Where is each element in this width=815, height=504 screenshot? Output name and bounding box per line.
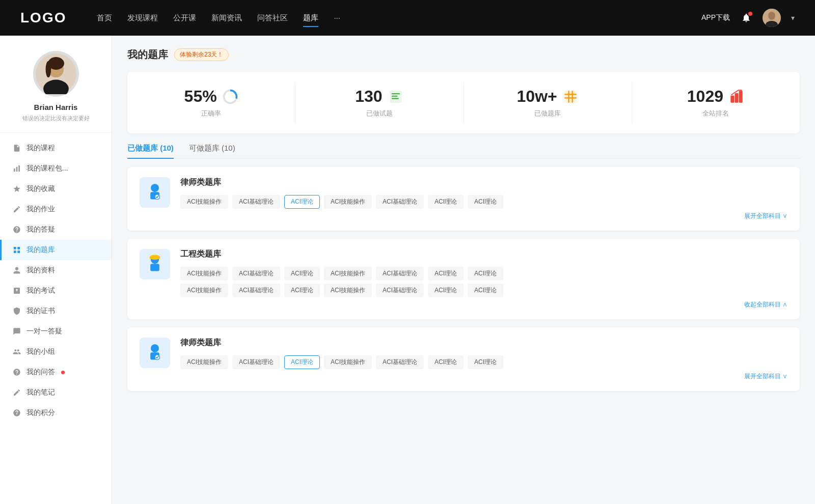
coin-icon (12, 408, 21, 417)
eng-tag-2[interactable]: ACI理论 (284, 267, 320, 281)
sidebar-item-myqa[interactable]: 我的问答 (0, 362, 112, 382)
eng-tag-3[interactable]: ACI技能操作 (324, 267, 372, 281)
bell-icon[interactable] (740, 12, 752, 24)
sidebar-item-1on1[interactable]: 一对一答疑 (0, 321, 112, 342)
sidebar-item-coursepack[interactable]: 我的课程包... (0, 158, 112, 179)
tab-done-banks[interactable]: 已做题库 (10) (127, 144, 174, 158)
svg-rect-23 (572, 91, 573, 102)
svg-rect-18 (391, 98, 398, 99)
expand-link-lawyer-2[interactable]: 展开全部科目 ∨ (180, 372, 787, 381)
svg-rect-17 (391, 95, 397, 96)
nav-more[interactable]: ··· (334, 11, 340, 25)
tag-2[interactable]: ACI理论 (284, 195, 320, 209)
eng-tag-7[interactable]: ACI技能操作 (180, 284, 228, 297)
qbank-title-lawyer-1: 律师类题库 (180, 177, 787, 188)
eng-tag-8[interactable]: ACI基础理论 (232, 284, 280, 297)
chevron-down-icon[interactable]: ▾ (791, 14, 795, 22)
stat-label-done: 已做试题 (306, 109, 453, 118)
eng-tag-6[interactable]: ACI理论 (468, 267, 503, 281)
engineer-icon (140, 249, 170, 279)
tag-5[interactable]: ACI理论 (428, 195, 464, 209)
tags-row-engineer-1: ACI技能操作 ACI基础理论 ACI理论 ACI技能操作 ACI基础理论 AC… (180, 267, 787, 281)
group-icon (12, 347, 21, 356)
sidebar-item-qa[interactable]: 我的答疑 (0, 219, 112, 240)
sidebar-item-questionbank[interactable]: 我的题库 (0, 240, 112, 260)
stat-value-bank: 10w+ (517, 87, 557, 106)
svg-rect-24 (730, 95, 734, 102)
stats-row: 55% 正确率 130 (127, 72, 800, 133)
page-wrap: Brian Harris 错误的决定比没有决定要好 我的课程 我的课程包... (0, 36, 815, 504)
tag-0[interactable]: ACI技能操作 (180, 195, 228, 209)
eng-tag-4[interactable]: ACI基础理论 (376, 267, 424, 281)
law2-tag-5[interactable]: ACI理论 (428, 355, 464, 369)
eng-tag-0[interactable]: ACI技能操作 (180, 267, 228, 281)
sidebar-label-notes: 我的笔记 (26, 388, 55, 397)
tag-4[interactable]: ACI基础理论 (376, 195, 424, 209)
note-icon (12, 388, 21, 397)
svg-point-14 (226, 93, 234, 101)
table-icon (562, 89, 579, 105)
sidebar-label-cert: 我的证书 (26, 306, 55, 316)
logo: LOGO (20, 10, 66, 26)
sidebar-item-favorites[interactable]: 我的收藏 (0, 179, 112, 199)
donut-icon (222, 89, 238, 105)
page-title-row: 我的题库 体验剩余23天！ (127, 48, 800, 62)
tag-6[interactable]: ACI理论 (468, 195, 503, 209)
nav-qa[interactable]: 问答社区 (257, 11, 288, 25)
page-title: 我的题库 (127, 48, 168, 62)
law2-tag-0[interactable]: ACI技能操作 (180, 355, 228, 369)
tag-1[interactable]: ACI基础理论 (232, 195, 280, 209)
qbank-card-engineer: 工程类题库 ACI技能操作 ACI基础理论 ACI理论 ACI技能操作 ACI基… (127, 239, 800, 319)
svg-rect-9 (14, 169, 15, 172)
expand-link-lawyer-1[interactable]: 展开全部科目 ∨ (180, 212, 787, 220)
nav-discover[interactable]: 发现课程 (127, 11, 158, 25)
sidebar-item-group[interactable]: 我的小组 (0, 342, 112, 362)
user-avatar-nav[interactable] (763, 9, 781, 27)
eng-tag-9[interactable]: ACI理论 (284, 284, 320, 297)
law2-tag-6[interactable]: ACI理论 (468, 355, 503, 369)
tag-3[interactable]: ACI技能操作 (324, 195, 372, 209)
collapse-link-engineer[interactable]: 收起全部科目 ∧ (180, 300, 787, 309)
sidebar-item-cert[interactable]: 我的证书 (0, 301, 112, 321)
stat-value-rank: 1029 (687, 87, 723, 106)
law2-tag-2[interactable]: ACI理论 (284, 355, 320, 369)
qbank-card-lawyer-1: 律师类题库 ACI技能操作 ACI基础理论 ACI理论 ACI技能操作 ACI基… (127, 167, 800, 231)
eng-tag-10[interactable]: ACI技能操作 (324, 284, 372, 297)
nav-news[interactable]: 新闻资讯 (211, 11, 242, 25)
sidebar-label-favorites: 我的收藏 (26, 184, 55, 193)
eng-tag-1[interactable]: ACI基础理论 (232, 267, 280, 281)
sidebar-item-points[interactable]: 我的积分 (0, 403, 112, 423)
svg-rect-20 (564, 94, 576, 95)
stat-value-accuracy: 55% (184, 87, 217, 106)
stat-top-bank: 10w+ (474, 87, 621, 106)
svg-point-27 (151, 184, 159, 192)
law2-tag-4[interactable]: ACI基础理论 (376, 355, 424, 369)
stat-value-done: 130 (355, 87, 382, 106)
tab-available-banks[interactable]: 可做题库 (10) (189, 144, 235, 158)
tabs-row: 已做题库 (10) 可做题库 (10) (127, 144, 800, 159)
sidebar-item-exam[interactable]: 我的考试 (0, 281, 112, 301)
eng-tag-5[interactable]: ACI理论 (428, 267, 464, 281)
nav-home[interactable]: 首页 (97, 11, 112, 25)
sidebar-item-notes[interactable]: 我的笔记 (0, 382, 112, 403)
eng-tag-11[interactable]: ACI基础理论 (376, 284, 424, 297)
stat-done: 130 已做试题 (295, 82, 464, 123)
stat-bank-done: 10w+ 已做题库 (464, 82, 632, 123)
question-icon (12, 225, 21, 234)
nav-questionbank[interactable]: 题库 (303, 11, 318, 25)
app-download-button[interactable]: APP下载 (701, 13, 730, 22)
sidebar-item-homework[interactable]: 我的作业 (0, 199, 112, 219)
eng-tag-13[interactable]: ACI理论 (468, 284, 503, 297)
law2-tag-1[interactable]: ACI基础理论 (232, 355, 280, 369)
stat-accuracy: 55% 正确率 (127, 82, 295, 123)
svg-point-34 (151, 344, 159, 352)
nav-open[interactable]: 公开课 (173, 11, 196, 25)
sidebar-label-group: 我的小组 (26, 347, 55, 356)
law2-tag-3[interactable]: ACI技能操作 (324, 355, 372, 369)
nav-links: 首页 发现课程 公开课 新闻资讯 问答社区 题库 ··· (97, 11, 681, 25)
eng-tag-12[interactable]: ACI理论 (428, 284, 464, 297)
sidebar-item-course[interactable]: 我的课程 (0, 138, 112, 158)
sidebar-item-profile[interactable]: 我的资料 (0, 260, 112, 281)
chat-icon (12, 327, 21, 336)
list-icon (388, 89, 404, 105)
